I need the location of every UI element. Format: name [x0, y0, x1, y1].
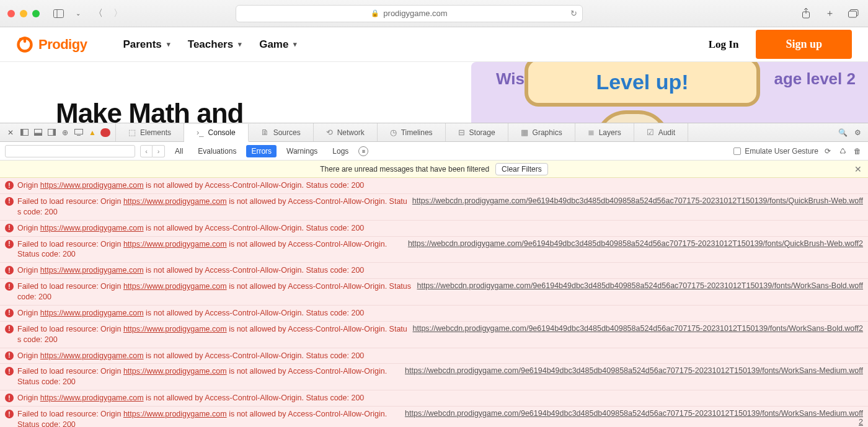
game-text-left: Wis [496, 69, 525, 89]
filter-warnings[interactable]: Warnings [281, 145, 322, 157]
console-error-row[interactable]: !Failed to load resource: Origin https:/… [0, 407, 868, 427]
console-banner: There are unread messages that have been… [0, 161, 868, 178]
filter-all[interactable]: All [170, 145, 188, 157]
dock-right-icon[interactable] [46, 127, 57, 138]
tab-graphics[interactable]: ▦Graphics [508, 123, 575, 141]
fullscreen-window-icon[interactable] [32, 10, 40, 17]
layers-icon: ≣ [588, 128, 595, 137]
resource-url[interactable]: https://webcdn.prodigygame.com/9e6194b49… [408, 239, 863, 248]
new-tab-icon[interactable]: ＋ [822, 6, 837, 21]
console-error-row[interactable]: !Origin https://www.prodigygame.com is n… [0, 221, 868, 237]
clear-icon[interactable]: 🗑 [852, 146, 863, 157]
console-error-row[interactable]: !Origin https://www.prodigygame.com is n… [0, 306, 868, 322]
error-icon: ! [5, 240, 14, 249]
nav-game[interactable]: Game▾ [259, 38, 297, 51]
hero-section: Make Math and Wis Level up! age level 2 [0, 62, 868, 123]
back-icon[interactable]: 〈 [91, 6, 105, 21]
filter-logs[interactable]: Logs [327, 145, 353, 157]
error-icon: ! [5, 367, 14, 376]
error-icon: ! [5, 351, 14, 360]
dock-left-icon[interactable] [19, 127, 30, 138]
login-link[interactable]: Log In [709, 38, 739, 51]
clear-filters-button[interactable]: Clear Filters [495, 163, 548, 175]
tab-sources[interactable]: 🗎Sources [249, 123, 314, 141]
device-icon[interactable] [73, 127, 84, 138]
tab-console[interactable]: ›_Console [184, 124, 249, 142]
next-match-icon[interactable]: › [153, 145, 165, 157]
console-error-row[interactable]: !Origin https://www.prodigygame.com is n… [0, 263, 868, 279]
sources-icon: 🗎 [261, 128, 269, 137]
console-error-row[interactable]: !Origin https://www.prodigygame.com is n… [0, 390, 868, 407]
recycle-icon[interactable]: ♺ [837, 146, 848, 157]
game-text-right: age level 2 [774, 69, 856, 89]
lock-icon: 🔒 [371, 9, 379, 17]
console-output: !Origin https://www.prodigygame.com is n… [0, 178, 868, 427]
reload-icon[interactable]: ↻ [570, 9, 577, 18]
dock-bottom-icon[interactable] [32, 127, 43, 138]
dropdown-icon[interactable]: ⌄ [71, 6, 86, 21]
error-message: Origin https://www.prodigygame.com is no… [17, 180, 863, 191]
error-message: Origin https://www.prodigygame.com is no… [17, 223, 863, 234]
resource-url[interactable]: https://webcdn.prodigygame.com/9e6194b49… [405, 366, 863, 375]
nav-parents[interactable]: Parents▾ [123, 38, 170, 51]
nav-teachers[interactable]: Teachers▾ [188, 38, 242, 51]
resource-url[interactable]: https://webcdn.prodigygame.com/9e6194b49… [412, 196, 863, 205]
filter-evals[interactable]: Evaluations [193, 145, 241, 157]
console-error-row[interactable]: !Failed to load resource: Origin https:/… [0, 364, 868, 390]
banner-close-icon[interactable]: ✕ [854, 164, 862, 174]
resource-url[interactable]: https://webcdn.prodigygame.com/9e6194b49… [417, 281, 863, 290]
console-error-row[interactable]: !Failed to load resource: Origin https:/… [0, 279, 868, 306]
resource-url[interactable]: https://webcdn.prodigygame.com/9e6194b49… [413, 324, 863, 333]
svg-rect-0 [53, 9, 63, 17]
tab-layers[interactable]: ≣Layers [575, 123, 634, 141]
console-error-row[interactable]: !Failed to load resource: Origin https:/… [0, 237, 868, 263]
devtools-tabbar: ✕ ⊕ ▲ ⬚Elements ›_Console 🗎Sources ⟲Netw… [0, 123, 868, 142]
tab-timelines[interactable]: ◷Timelines [378, 123, 446, 141]
console-error-row[interactable]: !Origin https://www.prodigygame.com is n… [0, 348, 868, 364]
tab-storage[interactable]: ⊟Storage [446, 123, 508, 141]
tabs-icon[interactable] [846, 6, 861, 21]
error-badge[interactable] [100, 128, 110, 137]
error-icon: ! [5, 282, 14, 291]
svg-point-6 [19, 38, 22, 40]
console-icon: ›_ [197, 128, 204, 137]
devtools-close-icon[interactable]: ✕ [5, 127, 16, 138]
tab-elements[interactable]: ⬚Elements [116, 123, 184, 141]
error-message: Failed to load resource: Origin https://… [17, 366, 401, 387]
console-search-input[interactable] [5, 145, 135, 157]
address-bar[interactable]: 🔒 prodigygame.com ↻ [236, 5, 583, 22]
error-message: Origin https://www.prodigygame.com is no… [17, 308, 863, 319]
emulate-checkbox[interactable] [733, 147, 741, 155]
filter-errors[interactable]: Errors [246, 145, 277, 157]
console-filter-bar: 🔍 ‹ › All Evaluations Errors Warnings Lo… [0, 142, 868, 161]
signup-button[interactable]: Sign up [756, 30, 852, 59]
console-error-row[interactable]: !Origin https://www.prodigygame.com is n… [0, 178, 868, 194]
settings-icon[interactable]: ⚙ [852, 127, 863, 138]
inspect-icon[interactable]: ⊕ [60, 127, 71, 138]
warning-icon[interactable]: ▲ [87, 127, 98, 138]
banner-text: There are unread messages that have been… [320, 165, 489, 174]
close-window-icon[interactable] [7, 10, 15, 17]
forward-icon: 〉 [110, 6, 125, 21]
error-icon: ! [5, 325, 14, 333]
safari-toolbar: ⌄ 〈 〉 🔒 prodigygame.com ↻ ＋ [0, 0, 868, 27]
resource-url[interactable]: https://webcdn.prodigygame.com/9e6194b49… [404, 409, 863, 426]
chevron-down-icon: ▾ [167, 40, 170, 48]
error-icon: ! [5, 224, 14, 232]
svg-rect-10 [34, 133, 42, 136]
error-icon: ! [5, 197, 14, 206]
tab-network[interactable]: ⟲Network [314, 123, 378, 141]
sidebar-icon[interactable] [51, 6, 66, 21]
search-icon[interactable]: 🔍 [837, 127, 848, 138]
prodigy-logo[interactable]: Prodigy [16, 36, 87, 53]
logo-text: Prodigy [38, 37, 87, 53]
error-message: Origin https://www.prodigygame.com is no… [17, 351, 863, 361]
tab-audit[interactable]: ☑Audit [634, 123, 688, 141]
preserve-log-icon[interactable]: ⟳ [822, 146, 833, 157]
prev-match-icon[interactable]: ‹ [140, 145, 153, 157]
console-error-row[interactable]: !Failed to load resource: Origin https:/… [0, 194, 868, 221]
filter-more-icon[interactable]: ≡ [358, 146, 368, 156]
share-icon[interactable] [799, 6, 813, 21]
console-error-row[interactable]: !Failed to load resource: Origin https:/… [0, 322, 868, 348]
minimize-window-icon[interactable] [20, 10, 27, 17]
